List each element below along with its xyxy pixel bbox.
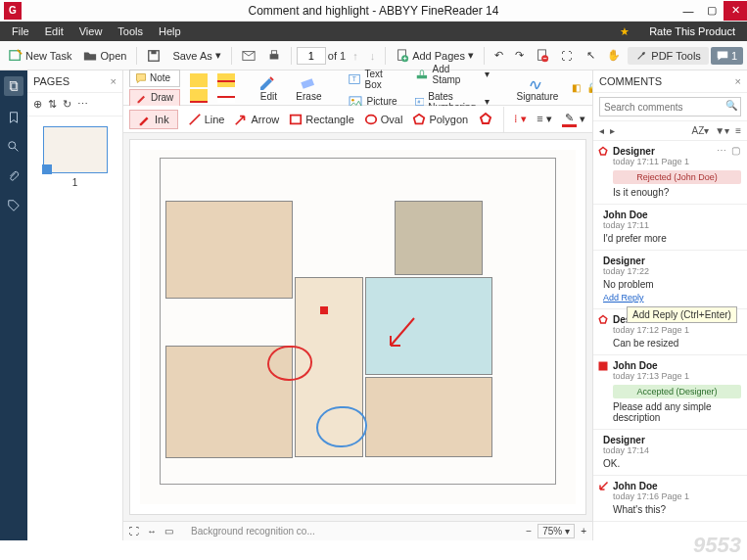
pointer-button[interactable]: ↖ bbox=[582, 46, 600, 65]
hand-button[interactable]: ✋ bbox=[602, 46, 626, 65]
menu-tools[interactable]: Tools bbox=[110, 23, 151, 39]
svg-point-17 bbox=[352, 99, 355, 102]
cloud-annotation[interactable] bbox=[316, 406, 367, 447]
strikeout-button[interactable] bbox=[217, 73, 235, 87]
reorder-button[interactable]: ⇅ bbox=[48, 98, 57, 111]
save-as-button[interactable]: Save As ▾ bbox=[167, 46, 225, 65]
arrow-tool[interactable]: Arrow bbox=[234, 113, 279, 126]
filter-button[interactable]: ▼▾ bbox=[715, 125, 729, 136]
redact-button[interactable]: ◧ bbox=[572, 82, 581, 93]
zoom-in-button[interactable]: + bbox=[581, 526, 586, 537]
sort-button[interactable]: AZ▾ bbox=[691, 125, 709, 136]
cloud-annotation[interactable] bbox=[267, 346, 312, 381]
edit-ribbon: Note Draw Edit Erase TText Box Picture A… bbox=[123, 70, 592, 106]
line-tool[interactable]: Line bbox=[188, 113, 225, 126]
highlight-button[interactable] bbox=[190, 73, 208, 87]
comments-search-input[interactable] bbox=[599, 97, 741, 117]
arrow-annotation[interactable] bbox=[385, 316, 424, 355]
arrow-label: Arrow bbox=[251, 114, 279, 125]
collapse-button[interactable]: ≡ bbox=[735, 125, 741, 136]
comments-list: ⋯ ▢ Designer today 17:11 Page 1 Rejected… bbox=[593, 141, 747, 540]
mail-button[interactable] bbox=[237, 46, 260, 66]
save-button[interactable] bbox=[142, 46, 165, 66]
comment-meta: today 17:16 Page 1 bbox=[613, 491, 741, 501]
zoom-select[interactable]: 75% ▾ bbox=[537, 524, 575, 538]
paperclip-icon bbox=[7, 169, 21, 183]
print-button[interactable] bbox=[262, 46, 286, 66]
view-mode-button[interactable]: ▭ bbox=[164, 526, 173, 537]
note-button[interactable]: Note bbox=[129, 70, 180, 87]
ink-tool[interactable]: Ink bbox=[129, 110, 178, 129]
signature-button[interactable]: Signature bbox=[513, 72, 563, 104]
comment-item[interactable]: Desi today 17:12 Page 1 Can be resized A… bbox=[593, 309, 747, 355]
delete-page-button[interactable] bbox=[531, 46, 554, 66]
add-page-button[interactable]: ⊕ bbox=[33, 98, 42, 111]
insert-text-button[interactable] bbox=[217, 89, 235, 103]
new-task-button[interactable]: New Task bbox=[4, 46, 76, 66]
comment-icon bbox=[717, 50, 728, 62]
text-box-button[interactable]: TText Box bbox=[345, 67, 400, 92]
menu-file[interactable]: File bbox=[4, 23, 37, 39]
polygon-tool[interactable]: Polygon bbox=[412, 113, 468, 126]
rectangle-tool[interactable]: Rectangle bbox=[289, 113, 354, 126]
comment-reply[interactable]: John Doe today 17:11 I'd prefer more bbox=[593, 205, 747, 251]
comment-menu[interactable]: ⋯ ▢ bbox=[717, 145, 741, 156]
maximize-button[interactable]: ▢ bbox=[700, 1, 724, 21]
comment-author: John Doe bbox=[613, 481, 741, 491]
pages-tools: ⊕ ⇅ ↻ ⋯ bbox=[27, 93, 122, 117]
underline-button[interactable] bbox=[190, 89, 208, 103]
erase-label: Erase bbox=[296, 91, 321, 102]
rail-pages[interactable] bbox=[4, 76, 23, 96]
add-stamp-button[interactable]: Add Stamp ▾ bbox=[411, 62, 493, 87]
open-button[interactable]: Open bbox=[78, 46, 131, 66]
page-thumbnail[interactable] bbox=[43, 126, 108, 173]
rate-product[interactable]: ★ Rate This Product bbox=[612, 23, 743, 40]
prev-comment-button[interactable]: ◂ bbox=[599, 125, 604, 136]
open-label: Open bbox=[100, 50, 126, 62]
close-button[interactable]: ✕ bbox=[724, 1, 747, 21]
color-picker[interactable]: ✎ ▾ bbox=[562, 112, 585, 127]
page-down-button[interactable]: ↓ bbox=[365, 47, 381, 65]
line-weight[interactable]: ≡ ▾ bbox=[537, 113, 551, 125]
fit-page-button[interactable]: ⛶ bbox=[129, 526, 139, 537]
comment-item[interactable]: John Doe today 17:13 Page 1 Accepted (De… bbox=[593, 355, 747, 430]
oval-tool[interactable]: Oval bbox=[364, 113, 403, 126]
minimize-button[interactable]: — bbox=[677, 1, 700, 21]
comments-close[interactable]: × bbox=[735, 75, 741, 87]
add-reply-link[interactable]: Add Reply bbox=[603, 293, 644, 303]
comment-reply[interactable]: Designer today 17:22 No problem Add Repl… bbox=[593, 251, 747, 309]
rect-annotation[interactable] bbox=[320, 306, 328, 314]
pages-close[interactable]: × bbox=[111, 75, 117, 87]
edit-tool[interactable]: Edit bbox=[255, 72, 282, 104]
zoom-out-button[interactable]: − bbox=[526, 526, 532, 537]
rail-signatures[interactable] bbox=[6, 198, 22, 213]
search-icon[interactable]: 🔍 bbox=[725, 100, 737, 111]
erase-tool[interactable]: Erase bbox=[292, 72, 325, 104]
rail-attachments[interactable] bbox=[6, 168, 22, 184]
draw-button[interactable]: Draw bbox=[129, 89, 180, 107]
next-comment-button[interactable]: ▸ bbox=[610, 125, 615, 136]
rail-search[interactable] bbox=[6, 139, 22, 155]
comment-reply[interactable]: Designer today 17:14 OK. bbox=[593, 430, 747, 476]
cloud-tool[interactable] bbox=[478, 112, 493, 127]
menu-edit[interactable]: Edit bbox=[37, 23, 71, 39]
rotate-right-button[interactable]: ↷ bbox=[510, 46, 529, 65]
fit-width-button[interactable]: ↔ bbox=[147, 526, 157, 537]
svg-point-22 bbox=[366, 115, 377, 123]
menu-help[interactable]: Help bbox=[151, 23, 189, 39]
rail-bookmarks[interactable] bbox=[6, 110, 22, 125]
page-input[interactable] bbox=[297, 47, 326, 65]
comments-toggle[interactable]: 1 bbox=[711, 47, 743, 65]
erase-icon bbox=[299, 74, 318, 90]
crop-button[interactable]: ⛶ bbox=[556, 47, 577, 65]
eyedropper-tool[interactable]: ⁞ ▾ bbox=[514, 113, 527, 125]
polygon-label: Polygon bbox=[429, 114, 468, 125]
menu-view[interactable]: View bbox=[71, 23, 111, 39]
more-button[interactable]: ⋯ bbox=[77, 98, 88, 111]
page-up-button[interactable]: ↑ bbox=[348, 47, 363, 65]
rotate-button[interactable]: ↻ bbox=[63, 98, 71, 111]
comment-item[interactable]: John Doe today 17:16 Page 1 What's this? bbox=[593, 476, 747, 522]
comment-item[interactable]: ⋯ ▢ Designer today 17:11 Page 1 Rejected… bbox=[593, 141, 747, 205]
document-canvas[interactable] bbox=[129, 139, 586, 515]
pdf-tools-button[interactable]: PDF Tools bbox=[628, 47, 709, 65]
